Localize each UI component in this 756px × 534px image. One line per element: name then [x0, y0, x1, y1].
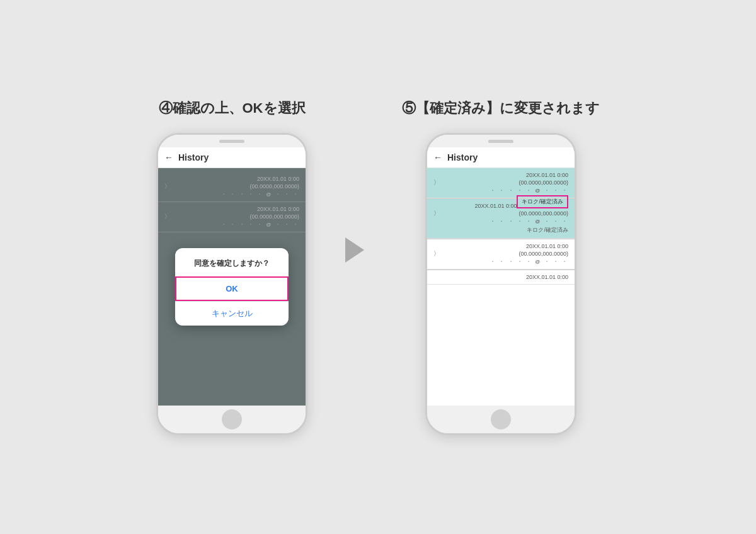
- right-phone-screen: ← History 20XX.01.01 0:00 〉 (00.0000,000…: [427, 147, 575, 406]
- main-container: ④確認の上、OKを選択 ← History 20XX.01.01: [131, 74, 625, 460]
- left-app-header: ← History: [158, 147, 306, 168]
- right-phone-bottom: [427, 406, 575, 433]
- right-phone-top-bar: [427, 135, 575, 147]
- list-item-date: 20XX.01.01 0:00: [433, 172, 568, 178]
- confirm-dialog: 同意を確定しますか？ OK キャンセル: [175, 248, 289, 326]
- right-panel: ⑤【確定済み】に変更されます ← History 20XX.0: [402, 99, 600, 435]
- left-panel-title: ④確認の上、OKを選択: [159, 99, 306, 118]
- dialog-overlay: 同意を確定しますか？ OK キャンセル: [158, 168, 306, 406]
- chevron-right-icon: 〉: [433, 249, 440, 258]
- next-arrow-icon: [345, 237, 364, 263]
- left-phone-top-bar: [158, 135, 306, 147]
- left-phone: ← History 20XX.01.01 0:00 〉 (00.0000,000…: [156, 133, 307, 435]
- left-phone-home-button[interactable]: [222, 409, 242, 429]
- dialog-cancel-button[interactable]: キャンセル: [175, 301, 289, 326]
- dialog-ok-button[interactable]: OK: [175, 276, 289, 301]
- left-app-header-title: History: [178, 152, 209, 162]
- list-item-row: 〉 (00.0000,000.0000): [433, 209, 568, 218]
- right-back-arrow-icon[interactable]: ←: [433, 152, 442, 162]
- left-phone-screen: ← History 20XX.01.01 0:00 〉 (00.0000,000…: [158, 147, 306, 406]
- left-back-arrow-icon[interactable]: ←: [164, 152, 173, 162]
- right-app-header: ← History: [427, 147, 575, 168]
- list-item[interactable]: 20XX.01.01 0:00: [427, 270, 575, 285]
- list-item-value: (00.0000,000.0000): [518, 210, 568, 217]
- right-phone-home-button[interactable]: [491, 409, 511, 429]
- list-item[interactable]: 20XX.01.01 0:00 〉 (00.0000,000.0000) ・ ・…: [427, 168, 575, 198]
- right-screen-content: 20XX.01.01 0:00 〉 (00.0000,000.0000) ・ ・…: [427, 168, 575, 406]
- list-item-date: 20XX.01.01 0:00: [433, 274, 568, 280]
- right-panel-title: ⑤【確定済み】に変更されます: [402, 99, 600, 118]
- chevron-right-icon: 〉: [433, 209, 440, 218]
- left-screen-content: 20XX.01.01 0:00 〉 (00.0000,000.0000) ・ ・…: [158, 168, 306, 406]
- left-phone-speaker: [219, 140, 244, 143]
- list-item-dots: ・ ・ ・ ・ ・ @ ・ ・ ・: [433, 218, 568, 225]
- list-item-value: (00.0000,000.0000): [518, 251, 568, 257]
- list-item[interactable]: 20XX.01.01 0:00 〉 (00.0000,000.0000) ・ ・…: [427, 239, 575, 270]
- list-item-date: 20XX.01.01 0:00: [433, 243, 568, 249]
- list-item-dots: ・ ・ ・ ・ ・ @ ・ ・ ・: [433, 187, 568, 194]
- right-app-header-title: History: [447, 152, 478, 162]
- confirmed-badge-plain: キロク/確定済み: [433, 226, 568, 234]
- list-item-row: 〉 (00.0000,000.0000): [433, 178, 568, 187]
- list-item-value: (00.0000,000.0000): [518, 179, 568, 186]
- confirmed-badge: キロク/確定済み: [517, 195, 568, 208]
- arrow-container: [345, 237, 364, 263]
- chevron-right-icon: 〉: [433, 178, 440, 187]
- left-phone-bottom: [158, 406, 306, 433]
- right-screen-list: 20XX.01.01 0:00 〉 (00.0000,000.0000) ・ ・…: [427, 168, 575, 406]
- dialog-title: 同意を確定しますか？: [175, 248, 289, 276]
- right-phone-speaker: [488, 140, 513, 143]
- left-panel: ④確認の上、OKを選択 ← History 20XX.01.01: [156, 99, 307, 435]
- list-item-row: 〉 (00.0000,000.0000): [433, 249, 568, 258]
- list-item-dots: ・ ・ ・ ・ ・ @ ・ ・ ・: [433, 258, 568, 265]
- right-phone: ← History 20XX.01.01 0:00 〉 (00.0000,000…: [425, 133, 576, 435]
